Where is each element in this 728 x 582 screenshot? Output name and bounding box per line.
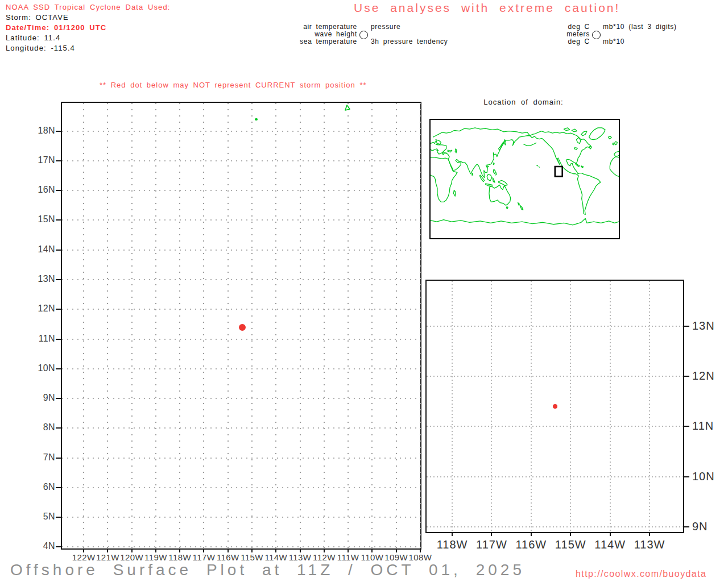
y-axis-tick-label: 14N bbox=[38, 244, 55, 255]
y-axis-tick bbox=[56, 250, 61, 251]
legend-pressure-tendency-label: 3h pressure tendency bbox=[371, 38, 448, 45]
grid-line-vertical bbox=[348, 103, 349, 548]
x-axis-tick bbox=[251, 548, 253, 552]
grid-line-vertical bbox=[107, 103, 108, 548]
storm-position-dot bbox=[239, 324, 246, 331]
legend-wave-height-label: wave height bbox=[287, 30, 357, 38]
grid-line-horizontal bbox=[427, 426, 683, 427]
y-axis-tick bbox=[56, 458, 61, 459]
x-axis-tick bbox=[348, 548, 349, 552]
grid-line-horizontal bbox=[62, 250, 420, 251]
y-axis-tick bbox=[56, 131, 61, 132]
x-axis-tick bbox=[420, 548, 421, 552]
grid-line-horizontal bbox=[62, 131, 420, 132]
storm-position-dot bbox=[553, 404, 557, 409]
grid-line-horizontal bbox=[62, 487, 420, 488]
x-axis-tick-label: 115W bbox=[555, 538, 586, 551]
domain-box-marker bbox=[555, 167, 562, 176]
grid-line-horizontal bbox=[62, 339, 420, 340]
y-axis-tick bbox=[56, 160, 61, 161]
x-axis-tick bbox=[570, 532, 571, 536]
y-axis-tick-label: 5N bbox=[43, 512, 55, 522]
grid-line-vertical bbox=[83, 103, 84, 548]
grid-line-vertical bbox=[155, 103, 156, 548]
grid-line-horizontal bbox=[62, 309, 420, 310]
grid-line-vertical bbox=[275, 103, 276, 548]
longitude-line: Longitude: -115.4 bbox=[6, 43, 170, 53]
grid-line-horizontal bbox=[427, 476, 683, 477]
y-axis-tick-label: 16N bbox=[38, 185, 55, 195]
y-axis-tick-label: 9N bbox=[692, 520, 708, 533]
grid-line-vertical bbox=[251, 103, 253, 548]
grid-line-vertical bbox=[179, 103, 180, 548]
legend-units-air-label: deg C bbox=[535, 23, 590, 31]
y-axis-tick-label: 8N bbox=[43, 423, 55, 433]
x-axis-tick bbox=[610, 532, 611, 536]
grid-line-vertical bbox=[228, 103, 229, 548]
y-axis-tick-label: 11N bbox=[692, 419, 714, 433]
data-source-line: NOAA SSD Tropical Cyclone Data Used: bbox=[6, 2, 170, 13]
grid-line-vertical bbox=[131, 103, 133, 548]
world-map-inset bbox=[429, 119, 620, 239]
grid-line-horizontal bbox=[62, 458, 420, 459]
legend-units-tendency-label: mb*10 bbox=[603, 38, 624, 45]
storm-info-block: NOAA SSD Tropical Cyclone Data Used: Sto… bbox=[6, 2, 170, 53]
y-axis-tick-label: 13N bbox=[38, 274, 55, 284]
x-axis-tick bbox=[649, 532, 650, 536]
inset-map-title: Location of domain: bbox=[429, 98, 618, 106]
site-url-link[interactable]: http://coolwx.com/buoydata bbox=[576, 569, 706, 579]
y-axis-tick bbox=[56, 339, 61, 340]
y-axis-tick-label: 12N bbox=[38, 304, 55, 314]
x-axis-tick-label: 116W bbox=[515, 538, 547, 551]
grid-line-horizontal bbox=[62, 160, 420, 161]
y-axis-tick bbox=[56, 368, 61, 369]
grid-line-horizontal bbox=[62, 279, 420, 280]
y-axis-tick-label: 10N bbox=[38, 363, 55, 373]
x-axis-tick-label: 117W bbox=[476, 538, 507, 551]
y-axis-tick bbox=[684, 426, 689, 427]
grid-line-vertical bbox=[649, 281, 650, 532]
y-axis-tick-label: 4N bbox=[43, 542, 55, 552]
x-axis-tick bbox=[324, 548, 325, 552]
grid-line-vertical bbox=[324, 103, 325, 548]
datetime-line: Date/Time: 01/1200 UTC bbox=[6, 23, 170, 33]
grid-line-vertical bbox=[491, 281, 492, 532]
y-axis-tick-label: 7N bbox=[43, 452, 55, 463]
legend-units-sea-label: deg C bbox=[535, 38, 590, 45]
station-model-circle-icon bbox=[359, 31, 368, 39]
x-axis-tick bbox=[275, 548, 276, 552]
grid-line-horizontal bbox=[427, 376, 683, 377]
world-map-coastlines bbox=[431, 128, 619, 225]
y-axis-tick-label: 17N bbox=[38, 155, 55, 165]
grid-line-vertical bbox=[610, 281, 611, 532]
zoomed-domain-plot: 118W117W116W115W114W113W9N10N11N12N13N bbox=[425, 280, 684, 533]
grid-line-horizontal bbox=[62, 427, 420, 429]
station-model-circle-icon bbox=[592, 31, 601, 39]
y-axis-tick bbox=[56, 517, 61, 518]
latitude-line: Latitude: 11.4 bbox=[6, 33, 170, 43]
legend-pressure-label: pressure bbox=[371, 23, 400, 31]
grid-line-horizontal bbox=[62, 190, 420, 191]
y-axis-tick-label: 10N bbox=[692, 469, 715, 483]
y-axis-tick-label: 11N bbox=[39, 334, 55, 344]
y-axis-tick bbox=[684, 376, 689, 377]
y-axis-tick-label: 9N bbox=[43, 393, 55, 403]
x-axis-tick bbox=[83, 548, 84, 552]
x-axis-tick bbox=[531, 532, 532, 536]
y-axis-tick-label: 6N bbox=[43, 482, 55, 492]
y-axis-tick bbox=[56, 546, 61, 547]
x-axis-tick bbox=[131, 548, 133, 552]
y-axis-tick-label: 13N bbox=[692, 319, 715, 332]
y-axis-tick-label: 18N bbox=[38, 126, 55, 136]
y-axis-tick-label: 15N bbox=[38, 215, 55, 225]
grid-line-horizontal bbox=[62, 368, 420, 369]
y-axis-tick bbox=[56, 309, 61, 310]
clarion-island-mark bbox=[255, 118, 258, 120]
grid-line-horizontal bbox=[427, 326, 683, 327]
x-axis-tick-label: 118W bbox=[437, 538, 468, 551]
x-axis-tick bbox=[228, 548, 229, 552]
socorro-island-mark bbox=[344, 103, 350, 113]
x-axis-tick bbox=[300, 548, 301, 552]
grid-line-horizontal bbox=[427, 526, 683, 527]
x-axis-tick-label: 113W bbox=[634, 538, 665, 551]
